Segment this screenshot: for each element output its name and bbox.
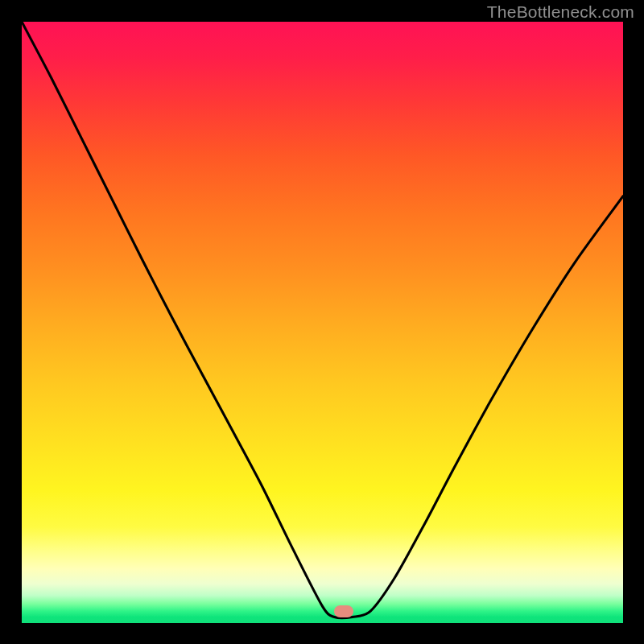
minimum-marker-icon (334, 605, 353, 617)
watermark-text: TheBottleneck.com (487, 2, 634, 22)
bottleneck-curve (22, 22, 623, 618)
plot-area (22, 22, 623, 623)
curve-layer (22, 22, 623, 623)
chart-stage: TheBottleneck.com (0, 0, 644, 644)
